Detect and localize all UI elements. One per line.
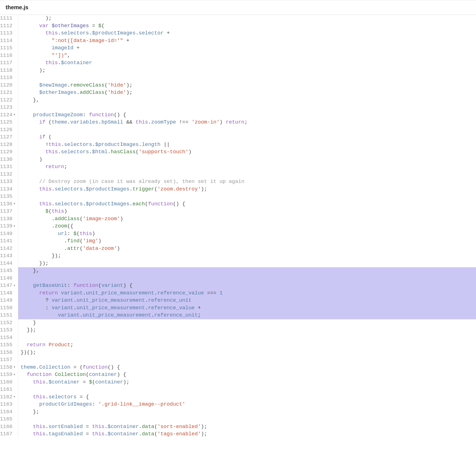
code-line[interactable]: theme.Collection = (function() { (18, 364, 476, 371)
line-number[interactable]: 1155 (0, 341, 16, 349)
code-line[interactable]: $otherImages.addClass('hide'); (18, 89, 476, 97)
line-number[interactable]: 1159▼ (0, 371, 16, 379)
line-number[interactable]: 1134 (0, 186, 16, 193)
line-number[interactable]: 1118 (0, 67, 16, 75)
line-number[interactable]: 1163 (0, 401, 16, 408)
line-number[interactable]: 1132 (0, 171, 16, 178)
fold-toggle-icon[interactable]: ▼ (13, 284, 16, 288)
code-line[interactable]: this.tagsEnabled = this.$container.data(… (18, 431, 476, 438)
line-number[interactable]: 1115 (0, 45, 16, 52)
line-number[interactable]: 1161 (0, 386, 16, 394)
code-line[interactable]: }, (18, 267, 476, 275)
line-number[interactable]: 1113 (0, 30, 16, 37)
line-number[interactable]: 1114 (0, 37, 16, 45)
line-number[interactable]: 1131 (0, 163, 16, 171)
code-line[interactable]: var $otherImages = $( (18, 22, 476, 30)
line-number[interactable]: 1154 (0, 334, 16, 342)
line-number[interactable]: 1148 (0, 290, 16, 297)
line-number[interactable]: 1144 (0, 260, 16, 268)
line-number[interactable]: 1133 (0, 178, 16, 186)
code-line[interactable] (18, 275, 476, 282)
code-line[interactable] (18, 126, 476, 134)
code-line[interactable]: }); (18, 260, 476, 268)
code-line[interactable]: .zoom({ (18, 223, 476, 230)
code-line[interactable]: if (theme.variables.bpSmall && this.zoom… (18, 119, 476, 126)
line-number[interactable]: 1116 (0, 52, 16, 60)
code-line[interactable]: "'])", (18, 52, 476, 60)
line-number[interactable]: 1123 (0, 104, 16, 111)
line-number[interactable]: 1140 (0, 230, 16, 238)
code-line[interactable]: }, (18, 97, 476, 104)
code-line[interactable]: .find('img') (18, 238, 476, 245)
line-number[interactable]: 1150 (0, 304, 16, 312)
code-line[interactable]: }); (18, 252, 476, 260)
line-number[interactable]: 1141 (0, 238, 16, 245)
code-line[interactable]: .addClass('image-zoom') (18, 215, 476, 223)
code-line[interactable]: if ( (18, 134, 476, 141)
code-line[interactable]: } (18, 319, 476, 327)
line-number[interactable]: 1158▼ (0, 364, 16, 371)
code-line[interactable] (18, 356, 476, 364)
line-number[interactable]: 1145 (0, 267, 16, 275)
code-line[interactable]: this.selectors.$html.hasClass('supports-… (18, 148, 476, 156)
code-line[interactable]: ":not([data-image-id='" + (18, 37, 476, 45)
code-line[interactable]: this.$container (18, 59, 476, 67)
line-number[interactable]: 1136▼ (0, 201, 16, 208)
line-number[interactable]: 1124▼ (0, 111, 16, 119)
line-number[interactable]: 1139▼ (0, 223, 16, 230)
line-number[interactable]: 1142 (0, 245, 16, 253)
code-line[interactable]: }); (18, 327, 476, 334)
line-number[interactable]: 1130 (0, 156, 16, 164)
line-number[interactable]: 1147▼ (0, 282, 16, 290)
code-line[interactable]: this.selectors.$productImages.each(funct… (18, 201, 476, 208)
code-line[interactable]: })(); (18, 349, 476, 357)
fold-toggle-icon[interactable]: ▼ (13, 373, 16, 377)
fold-toggle-icon[interactable]: ▼ (13, 225, 16, 228)
line-number[interactable]: 1165 (0, 416, 16, 423)
line-number[interactable]: 1119 (0, 74, 16, 82)
line-number[interactable]: 1111 (0, 15, 16, 22)
fold-toggle-icon[interactable]: ▼ (13, 113, 16, 117)
line-number[interactable]: 1149 (0, 297, 16, 304)
code-line[interactable]: return; (18, 163, 476, 171)
code-line[interactable]: // Destroy zoom (in case it was already … (18, 178, 476, 186)
code-area[interactable]: ); var $otherImages = $( this.selectors.… (18, 15, 476, 438)
line-number[interactable]: 1120 (0, 82, 16, 89)
code-line[interactable]: }; (18, 408, 476, 416)
code-line[interactable]: .attr('data-zoom') (18, 245, 476, 253)
code-line[interactable]: : variant.unit_price_measurement.referen… (18, 304, 476, 312)
code-line[interactable]: this.sortEnabled = this.$container.data(… (18, 423, 476, 431)
code-line[interactable]: return Product; (18, 341, 476, 349)
code-line[interactable] (18, 334, 476, 342)
fold-toggle-icon[interactable]: ▼ (13, 366, 16, 369)
line-number[interactable]: 1129 (0, 148, 16, 156)
line-number[interactable]: 1152 (0, 319, 16, 327)
code-line[interactable]: variant.unit_price_measurement.reference… (18, 312, 476, 319)
line-number[interactable]: 1153 (0, 327, 16, 334)
line-number[interactable]: 1157 (0, 356, 16, 364)
fold-toggle-icon[interactable]: ▼ (13, 202, 16, 206)
line-number[interactable]: 1166 (0, 423, 16, 431)
line-number[interactable]: 1127 (0, 134, 16, 141)
line-number[interactable]: 1125 (0, 119, 16, 126)
code-line[interactable]: ? variant.unit_price_measurement.referen… (18, 297, 476, 304)
code-line[interactable]: this.selectors.$productImages.trigger('z… (18, 186, 476, 193)
line-number[interactable]: 1121 (0, 89, 16, 97)
line-number[interactable]: 1160 (0, 379, 16, 386)
line-number[interactable]: 1146 (0, 275, 16, 282)
code-line[interactable]: productImageZoom: function() { (18, 111, 476, 119)
code-line[interactable]: !this.selectors.$productImages.length || (18, 141, 476, 149)
line-number[interactable]: 1138 (0, 215, 16, 223)
line-number[interactable]: 1167 (0, 431, 16, 438)
line-number[interactable]: 1151 (0, 312, 16, 319)
line-number-gutter[interactable]: 1111111211131114111511161117111811191120… (0, 15, 18, 438)
line-number[interactable]: 1156 (0, 349, 16, 357)
code-line[interactable]: $newImage.removeClass('hide'); (18, 82, 476, 89)
code-editor[interactable]: 1111111211131114111511161117111811191120… (0, 15, 476, 438)
code-line[interactable]: this.$container = $(container); (18, 379, 476, 386)
code-line[interactable]: productGridImages: '.grid-link__image--p… (18, 401, 476, 408)
code-line[interactable]: getBaseUnit: function(variant) { (18, 282, 476, 290)
code-line[interactable]: ); (18, 67, 476, 75)
code-line[interactable] (18, 386, 476, 394)
code-line[interactable]: this.selectors.$productImages.selector + (18, 30, 476, 37)
